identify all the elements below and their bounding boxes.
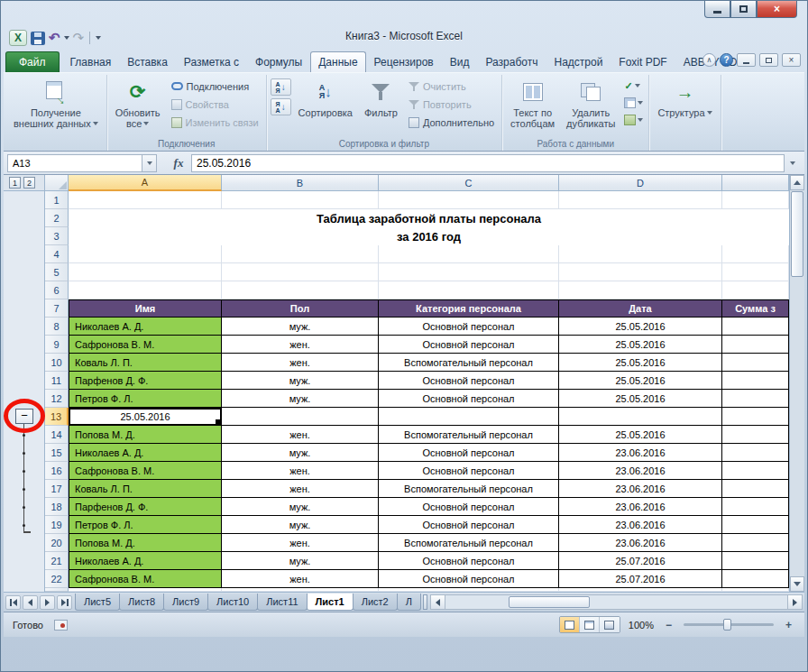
cell-B22[interactable]: жен. — [222, 570, 379, 588]
zoom-out-button[interactable]: − — [662, 618, 675, 631]
page-break-view-button[interactable] — [600, 617, 620, 632]
cell-A8[interactable]: Николаев А. Д. — [69, 318, 222, 336]
cell-E14[interactable] — [722, 426, 789, 444]
cell-A20[interactable]: Попова М. Д. — [69, 534, 222, 552]
zoom-slider-thumb[interactable] — [723, 619, 731, 631]
zoom-slider[interactable] — [684, 623, 774, 626]
cell-A9[interactable]: Сафронова В. М. — [69, 336, 222, 354]
cell-B9[interactable]: жен. — [222, 336, 379, 354]
text-to-columns-button[interactable]: Текст по столбцам — [506, 76, 559, 137]
cell-E8[interactable] — [722, 318, 789, 336]
cell-A1[interactable] — [69, 191, 222, 209]
cell-B10[interactable]: жен. — [222, 354, 379, 372]
cell-D23[interactable] — [559, 588, 722, 592]
table-header-cell-D[interactable]: Дата — [559, 299, 722, 318]
get-external-data-button[interactable]: → Получение внешних данных — [9, 76, 103, 151]
row-header-15[interactable]: 15 — [45, 444, 69, 462]
cell-B17[interactable]: жен. — [222, 480, 379, 498]
clear-filter-button[interactable]: Очистить — [405, 78, 498, 94]
row-header-2[interactable]: 2 — [45, 209, 69, 227]
cell-D8[interactable]: 25.05.2016 — [559, 318, 722, 336]
cell-B21[interactable]: муж. — [222, 552, 379, 570]
page-layout-view-button[interactable] — [580, 617, 600, 632]
cell-D19[interactable]: 23.06.2016 — [559, 516, 722, 534]
cell-D9[interactable]: 25.05.2016 — [559, 336, 722, 354]
scroll-right-button[interactable] — [787, 595, 802, 609]
cell-E19[interactable] — [722, 516, 789, 534]
cell-A13[interactable]: 25.05.2016 — [69, 408, 222, 426]
cell-E6[interactable] — [722, 281, 789, 299]
row-header-3[interactable]: 3 — [45, 227, 69, 245]
vertical-scroll-track[interactable] — [790, 190, 804, 576]
cell-B1[interactable] — [222, 191, 379, 209]
next-sheet-button[interactable] — [40, 595, 55, 610]
cell-B13[interactable] — [222, 408, 379, 426]
insert-function-button[interactable]: fx — [166, 156, 191, 170]
cell-D18[interactable]: 23.06.2016 — [559, 498, 722, 516]
cell-C17[interactable]: Вспомогательный персонал — [379, 480, 559, 498]
formula-input[interactable]: 25.05.2016 — [191, 154, 785, 172]
cell-D5[interactable] — [559, 263, 722, 281]
column-header-C[interactable]: C — [379, 175, 559, 191]
cell-C14[interactable]: Вспомогательный персонал — [379, 426, 559, 444]
cell-E13[interactable] — [722, 408, 789, 426]
filter-button[interactable]: Фильтр — [360, 76, 402, 137]
cell-C20[interactable]: Вспомогательный персонал — [379, 534, 559, 552]
select-all-corner[interactable] — [45, 175, 69, 191]
cell-C9[interactable]: Основной персонал — [379, 336, 559, 354]
row-header-9[interactable]: 9 — [45, 336, 69, 354]
ribbon-tab[interactable]: Формулы — [247, 51, 310, 72]
cell-A17[interactable]: Коваль Л. П. — [69, 480, 222, 498]
cell-C12[interactable]: Основной персонал — [379, 390, 559, 408]
reapply-filter-button[interactable]: Повторить — [405, 97, 498, 112]
row-header-11[interactable]: 11 — [45, 372, 69, 390]
cell-B11[interactable]: муж. — [222, 372, 379, 390]
cell-E17[interactable] — [722, 480, 789, 498]
first-sheet-button[interactable] — [5, 595, 21, 610]
zoom-in-button[interactable]: + — [782, 618, 795, 631]
cell-B23[interactable] — [222, 588, 379, 592]
cell-A16[interactable]: Сафронова В. М. — [69, 462, 222, 480]
cell-C8[interactable]: Основной персонал — [379, 318, 559, 336]
sheet-tab[interactable]: Лист1 — [307, 594, 354, 611]
cell-E18[interactable] — [722, 498, 789, 516]
sheet-tab[interactable]: Лист10 — [207, 594, 258, 611]
workbook-minimize-button[interactable] — [737, 53, 756, 67]
cell-B6[interactable] — [222, 281, 379, 299]
sort-az-button[interactable]: АЯ ↓ — [271, 78, 291, 96]
row-header-20[interactable]: 20 — [45, 534, 69, 552]
normal-view-button[interactable] — [560, 617, 580, 632]
cell-A14[interactable]: Попова М. Д. — [69, 426, 222, 444]
cell-D1[interactable] — [559, 191, 722, 209]
row-header-16[interactable]: 16 — [45, 462, 69, 480]
cell-C15[interactable]: Основной персонал — [379, 444, 559, 462]
row-header-22[interactable]: 22 — [45, 570, 69, 588]
expand-formula-bar-button[interactable] — [785, 161, 801, 165]
cell-C11[interactable]: Основной персонал — [379, 372, 559, 390]
cell-C22[interactable]: Основной персонал — [379, 570, 559, 588]
ribbon-tab[interactable]: Разметка с — [176, 51, 247, 72]
cell-B14[interactable]: жен. — [222, 426, 379, 444]
cell-C10[interactable]: Вспомогательный персонал — [379, 354, 559, 372]
last-sheet-button[interactable] — [57, 595, 72, 610]
vertical-scroll-thumb[interactable] — [791, 191, 803, 277]
cell-B8[interactable]: муж. — [222, 318, 379, 336]
cell-D17[interactable]: 23.06.2016 — [559, 480, 722, 498]
cell-B5[interactable] — [222, 263, 379, 281]
minimize-button[interactable] — [704, 1, 730, 18]
row-header-12[interactable]: 12 — [45, 390, 69, 408]
data-validation-button[interactable]: ✓ — [622, 78, 645, 93]
row-header-19[interactable]: 19 — [45, 516, 69, 534]
cell-D14[interactable]: 25.05.2016 — [559, 426, 722, 444]
cell-D11[interactable]: 25.05.2016 — [559, 372, 722, 390]
cell-E1[interactable] — [722, 191, 789, 209]
cell-A22[interactable]: Сафронова В. М. — [69, 570, 222, 588]
row-header-13[interactable]: 13 — [45, 408, 69, 426]
advanced-filter-button[interactable]: Дополнительно — [405, 115, 498, 130]
row-header-21[interactable]: 21 — [45, 552, 69, 570]
collapse-ribbon-icon[interactable]: ∧ — [702, 53, 716, 67]
row-header-10[interactable]: 10 — [45, 354, 69, 372]
cell-B20[interactable]: жен. — [222, 534, 379, 552]
column-header-A[interactable]: A — [69, 175, 222, 191]
cell-A19[interactable]: Петров Ф. Л. — [69, 516, 222, 534]
